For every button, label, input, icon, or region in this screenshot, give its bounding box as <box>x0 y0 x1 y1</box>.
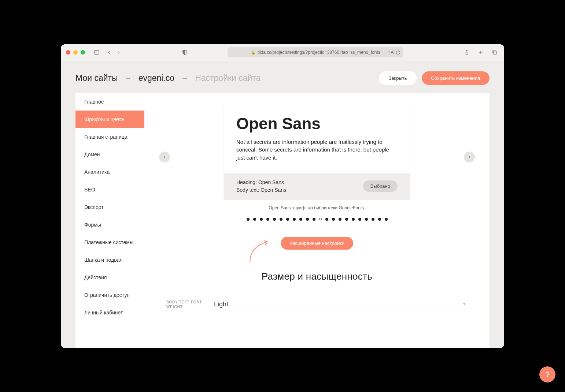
share-icon[interactable] <box>462 48 471 57</box>
pointer-arrow-icon <box>247 240 273 265</box>
sidebar-item-domain[interactable]: Домен <box>75 146 144 163</box>
field-label: BODY TEXT FONT WEIGHT <box>166 300 207 309</box>
breadcrumb-my-sites[interactable]: Мои сайты <box>75 73 118 83</box>
sidebar-item-fonts-colors[interactable]: Шрифты и цвета <box>75 111 144 128</box>
section-title: Размер и насыщенность <box>163 271 471 282</box>
breadcrumb-current: Настройки сайта <box>195 73 261 83</box>
forward-button[interactable] <box>114 48 123 57</box>
url-bar[interactable]: 🔒 tilda.cc/projects/settings/?projectid=… <box>228 47 403 57</box>
settings-sidebar: Главное Шрифты и цвета Главная страница … <box>75 93 144 348</box>
chevron-down-icon: ▼ <box>462 302 466 306</box>
sidebar-toggle-icon[interactable] <box>92 48 101 57</box>
header-actions: Закрыть Сохранить изменения <box>379 71 490 85</box>
sidebar-item-restrict[interactable]: Ограничить доступ <box>75 286 144 304</box>
app-body: Главное Шрифты и цвета Главная страница … <box>75 93 490 348</box>
chevron-left-icon <box>162 155 167 159</box>
sidebar-item-header-footer[interactable]: Шапка и подвал <box>75 251 144 269</box>
sidebar-item-analytics[interactable]: Аналитика <box>75 163 144 181</box>
chevron-right-icon <box>467 155 472 159</box>
nav-arrows <box>105 48 123 57</box>
app-header: Мои сайты → evgeni.co → Настройки сайта … <box>61 61 504 93</box>
font-heading-line: Heading: Open Sans <box>236 179 286 186</box>
traffic-lights <box>66 50 85 55</box>
back-button[interactable] <box>105 48 114 57</box>
advanced-settings-button[interactable]: Расширенные настройки <box>281 237 353 250</box>
sidebar-item-homepage[interactable]: Главная страница <box>75 128 144 146</box>
sidebar-item-main[interactable]: Главное <box>75 93 144 111</box>
carousel-dot[interactable] <box>273 218 276 221</box>
carousel-dot[interactable] <box>266 218 269 221</box>
sidebar-item-forms[interactable]: Формы <box>75 216 144 234</box>
reload-icon[interactable] <box>396 50 400 55</box>
font-card-footer: Heading: Open Sans Body text: Open Sans … <box>224 173 410 200</box>
select-value: Light <box>214 300 468 308</box>
font-sample-text: Not all secrets are information people a… <box>236 138 398 162</box>
window-close-icon[interactable] <box>66 50 70 55</box>
carousel-dot[interactable] <box>358 218 361 221</box>
font-carousel: Open Sans Not all secrets are informatio… <box>163 104 471 200</box>
carousel-dots <box>163 218 471 221</box>
breadcrumb-arrow-icon: → <box>125 74 132 82</box>
carousel-dot[interactable] <box>313 218 315 221</box>
carousel-next-button[interactable] <box>464 152 475 163</box>
carousel-dot[interactable] <box>385 218 388 221</box>
privacy-shield-icon[interactable] <box>180 48 189 57</box>
window-minimize-icon[interactable] <box>73 50 78 55</box>
carousel-dot[interactable] <box>332 218 335 221</box>
carousel-dot[interactable] <box>306 218 309 221</box>
body-weight-select[interactable]: Light ▼ <box>214 299 468 310</box>
carousel-dot[interactable] <box>247 218 250 221</box>
carousel-dot[interactable] <box>280 218 282 221</box>
svg-rect-4 <box>494 51 497 55</box>
carousel-dot[interactable] <box>260 218 263 221</box>
window-zoom-icon[interactable] <box>81 50 85 55</box>
sidebar-item-actions[interactable]: Действия <box>75 269 144 286</box>
advanced-settings-row: Расширенные настройки <box>163 237 471 250</box>
carousel-dot[interactable] <box>345 218 348 221</box>
close-button[interactable]: Закрыть <box>379 71 416 85</box>
sidebar-item-seo[interactable]: SEO <box>75 181 144 198</box>
selected-chip: Выбрано <box>363 180 398 192</box>
browser-chrome: 🔒 tilda.cc/projects/settings/?projectid=… <box>61 44 504 61</box>
font-title: Open Sans <box>236 115 398 133</box>
sidebar-item-payments[interactable]: Платежные системы <box>75 234 144 251</box>
font-preview-card: Open Sans Not all secrets are informatio… <box>224 104 410 200</box>
carousel-dot[interactable] <box>293 218 296 221</box>
breadcrumb-arrow-icon: → <box>181 74 188 82</box>
app-content: Мои сайты → evgeni.co → Настройки сайта … <box>61 61 504 348</box>
carousel-dot[interactable] <box>319 218 322 220</box>
carousel-dot[interactable] <box>325 218 328 221</box>
lock-icon: 🔒 <box>251 51 255 55</box>
carousel-dot[interactable] <box>299 218 302 221</box>
sidebar-item-export[interactable]: Экспорт <box>75 198 144 216</box>
carousel-dot[interactable] <box>352 218 355 221</box>
save-button[interactable]: Сохранить изменения <box>422 71 490 85</box>
reader-icon[interactable]: ᵃA <box>389 50 394 55</box>
breadcrumb: Мои сайты → evgeni.co → Настройки сайта <box>75 73 261 83</box>
font-card-preview: Open Sans Not all secrets are informatio… <box>224 104 410 173</box>
carousel-dot[interactable] <box>378 218 381 221</box>
carousel-dot[interactable] <box>372 218 374 221</box>
tabs-overview-icon[interactable] <box>490 48 499 57</box>
url-text: tilda.cc/projects/settings/?projectid=38… <box>258 50 380 55</box>
carousel-dot[interactable] <box>286 218 289 221</box>
font-body-line: Body text: Open Sans <box>236 186 286 194</box>
new-tab-icon[interactable] <box>476 48 485 57</box>
carousel-prev-button[interactable] <box>159 152 170 163</box>
carousel-dot[interactable] <box>339 218 341 221</box>
font-info: Heading: Open Sans Body text: Open Sans <box>236 179 286 194</box>
main-panel: Open Sans Not all secrets are informatio… <box>144 93 490 348</box>
svg-rect-0 <box>95 51 99 55</box>
browser-window: 🔒 tilda.cc/projects/settings/?projectid=… <box>61 44 504 348</box>
body-weight-field: BODY TEXT FONT WEIGHT Light ▼ <box>163 299 471 314</box>
breadcrumb-project[interactable]: evgeni.co <box>139 73 174 83</box>
carousel-dot[interactable] <box>253 218 256 221</box>
font-caption: Open Sans: шрифт из библиотеки GoogleFon… <box>163 205 471 210</box>
carousel-dot[interactable] <box>365 218 368 221</box>
sidebar-item-account[interactable]: Личный кабинет <box>75 304 144 321</box>
